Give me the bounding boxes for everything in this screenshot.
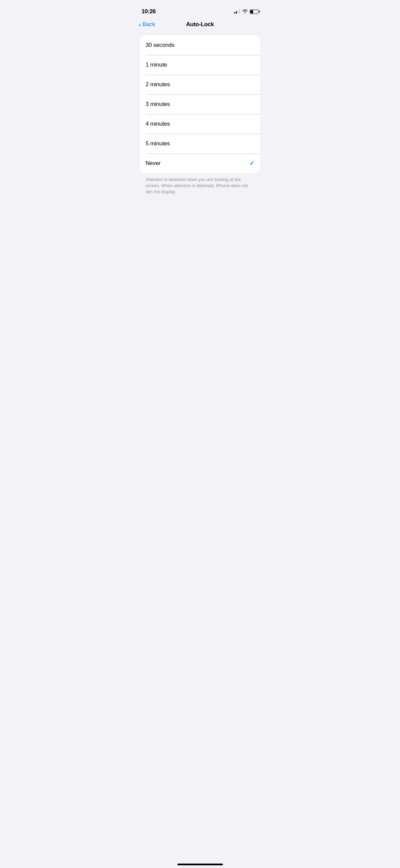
list-item[interactable]: 1 minute xyxy=(140,55,260,75)
status-time: 10:26 xyxy=(141,8,156,15)
back-chevron-icon: ‹ xyxy=(139,21,141,28)
page-title: Auto-Lock xyxy=(186,21,214,28)
list-item[interactable]: 3 minutes xyxy=(140,94,260,114)
wifi-icon xyxy=(242,9,248,14)
autolock-list: 30 seconds1 minute2 minutes3 minutes4 mi… xyxy=(140,35,260,173)
list-item-label: 1 minute xyxy=(146,61,167,68)
list-item[interactable]: 5 minutes xyxy=(140,134,260,153)
list-item-label: 30 seconds xyxy=(146,42,174,49)
back-label: Back xyxy=(142,21,155,28)
back-button[interactable]: ‹ Back xyxy=(139,21,155,28)
list-item-label: 4 minutes xyxy=(146,121,170,127)
list-item-label: Never xyxy=(146,160,160,167)
status-icons xyxy=(234,9,259,14)
list-item[interactable]: 4 minutes xyxy=(140,114,260,134)
status-bar: 10:26 xyxy=(133,0,267,18)
list-item-label: 3 minutes xyxy=(146,101,170,108)
battery-icon xyxy=(250,10,259,14)
nav-bar: ‹ Back Auto-Lock xyxy=(133,18,267,32)
signal-icon xyxy=(234,10,240,14)
list-item[interactable]: 2 minutes xyxy=(140,75,260,94)
checkmark-icon: ✓ xyxy=(249,160,254,167)
list-item-label: 2 minutes xyxy=(146,81,170,88)
list-item[interactable]: Never✓ xyxy=(140,153,260,173)
list-item[interactable]: 30 seconds xyxy=(140,35,260,55)
list-item-label: 5 minutes xyxy=(146,140,170,147)
footer-description: Attention is detected when you are looki… xyxy=(146,177,254,195)
